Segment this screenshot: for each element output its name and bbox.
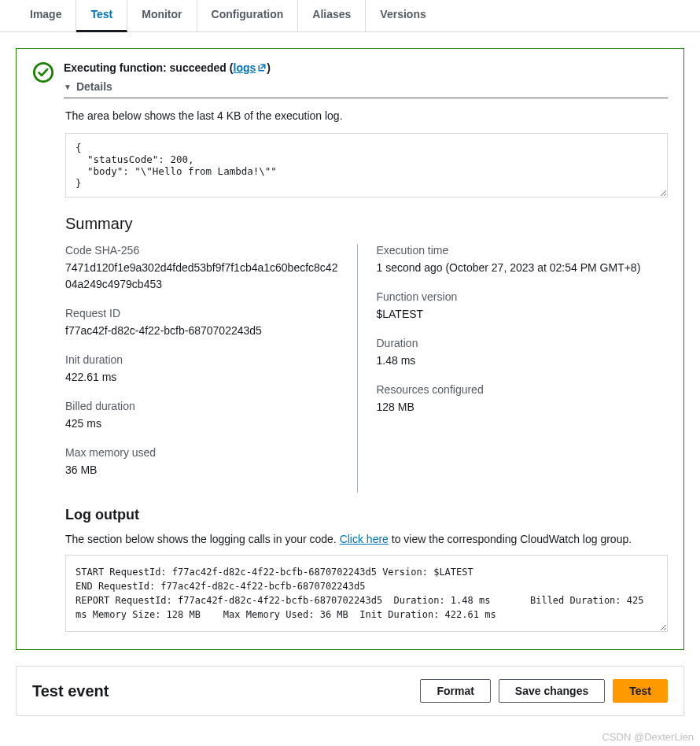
log-output-description: The section below shows the logging call… — [65, 533, 668, 545]
summary-item: Request IDf77ac42f-d82c-4f22-bcfb-687070… — [65, 307, 341, 339]
tab-test[interactable]: Test — [76, 0, 127, 32]
summary-right-column: Execution time1 second ago (October 27, … — [377, 244, 669, 493]
summary-item-value: 1.48 ms — [377, 353, 653, 369]
summary-item-label: Execution time — [377, 244, 653, 257]
summary-item-label: Max memory used — [65, 446, 341, 459]
tab-bar: ImageTestMonitorConfigurationAliasesVers… — [0, 0, 700, 32]
execution-status-text: Executing function: succeeded — [64, 61, 227, 74]
response-body-output[interactable]: { "statusCode": 200, "body": "\"Hello fr… — [65, 133, 668, 198]
format-button[interactable]: Format — [420, 679, 490, 703]
execution-result-panel: Executing function: succeeded (logs) ▼ D… — [16, 48, 684, 650]
summary-item-label: Request ID — [65, 307, 341, 319]
summary-item-value: f77ac42f-d82c-4f22-bcfb-6870702243d5 — [65, 323, 341, 339]
exec-log-description: The area below shows the last 4 KB of th… — [65, 109, 668, 122]
logs-link[interactable]: logs — [234, 61, 267, 74]
summary-item-label: Code SHA-256 — [65, 244, 341, 257]
summary-item-label: Function version — [377, 290, 653, 303]
test-event-title: Test event — [32, 682, 109, 700]
execution-status-title: Executing function: succeeded (logs) — [64, 61, 668, 74]
summary-item-value: 36 MB — [65, 462, 341, 478]
log-output-body[interactable]: START RequestId: f77ac42f-d82c-4f22-bcfb… — [65, 555, 668, 632]
tab-configuration[interactable]: Configuration — [197, 0, 299, 31]
caret-down-icon: ▼ — [64, 83, 72, 91]
summary-item: Duration1.48 ms — [377, 337, 653, 369]
summary-item-value: 425 ms — [65, 415, 341, 432]
details-toggle[interactable]: ▼ Details — [64, 80, 668, 98]
summary-item-label: Init duration — [65, 353, 341, 366]
summary-heading: Summary — [65, 215, 668, 233]
summary-item: Function version$LATEST — [377, 290, 653, 323]
summary-item-label: Billed duration — [65, 400, 341, 412]
summary-left-column: Code SHA-2567471d120f1e9a302d4fded53bf9f… — [65, 244, 358, 493]
summary-item-label: Resources configured — [377, 383, 653, 396]
summary-item: Execution time1 second ago (October 27, … — [377, 244, 653, 276]
summary-item: Resources configured128 MB — [377, 383, 653, 415]
summary-item-label: Duration — [377, 337, 653, 349]
save-changes-button[interactable]: Save changes — [499, 679, 605, 703]
summary-item-value: 1 second ago (October 27, 2023 at 02:54 … — [377, 260, 653, 276]
external-link-icon — [257, 63, 267, 72]
tab-image[interactable]: Image — [16, 0, 76, 31]
summary-item: Billed duration425 ms — [65, 400, 341, 432]
success-icon — [32, 61, 54, 83]
summary-item-value: 7471d120f1e9a302d4fded53bf9f7f1cb4a1c60b… — [65, 260, 341, 293]
summary-item-value: 422.61 ms — [65, 369, 341, 386]
summary-item: Code SHA-2567471d120f1e9a302d4fded53bf9f… — [65, 244, 341, 293]
summary-item-value: 128 MB — [377, 399, 653, 415]
cloudwatch-link[interactable]: Click here — [340, 533, 389, 545]
details-toggle-label: Details — [76, 80, 112, 93]
summary-item-value: $LATEST — [377, 306, 653, 323]
log-output-heading: Log output — [65, 507, 668, 523]
tab-monitor[interactable]: Monitor — [127, 0, 197, 31]
test-button[interactable]: Test — [613, 679, 668, 703]
summary-item: Init duration422.61 ms — [65, 353, 341, 386]
test-event-panel: Test event Format Save changes Test — [16, 666, 684, 716]
summary-item: Max memory used36 MB — [65, 446, 341, 478]
tab-aliases[interactable]: Aliases — [298, 0, 366, 31]
tab-versions[interactable]: Versions — [366, 0, 440, 31]
